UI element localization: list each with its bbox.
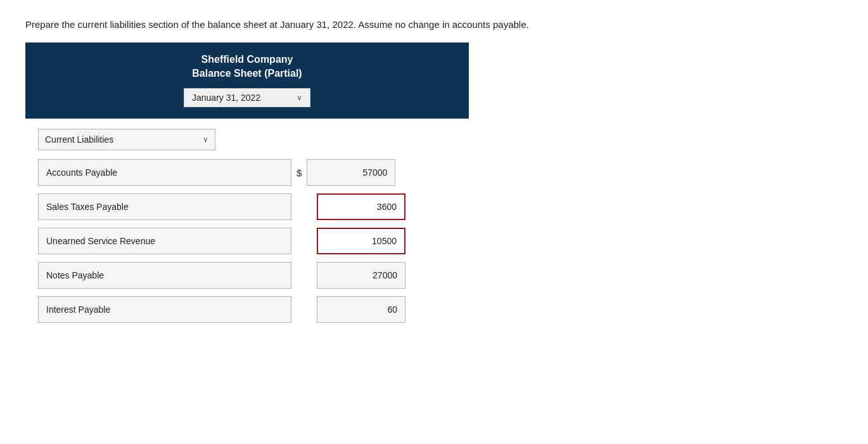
line-item-label: Accounts Payable	[38, 159, 291, 186]
category-chevron-icon: ∨	[203, 135, 208, 144]
category-row: Current Liabilities ∨	[38, 129, 456, 150]
table-row: Sales Taxes Payable3600	[38, 193, 456, 220]
line-item-label: Unearned Service Revenue	[38, 228, 291, 254]
date-label: January 31, 2022	[192, 93, 260, 103]
table-row: Notes Payable27000	[38, 262, 456, 289]
line-item-label: Interest Payable	[38, 296, 291, 323]
sheet-title: Balance Sheet (Partial)	[38, 68, 456, 79]
balance-sheet-container: Sheffield Company Balance Sheet (Partial…	[25, 42, 469, 341]
amount-input[interactable]: 10500	[317, 228, 405, 254]
instructions-text: Prepare the current liabilities section …	[25, 19, 843, 30]
table-row: Interest Payable60	[38, 296, 456, 323]
line-item-label: Sales Taxes Payable	[38, 193, 291, 220]
line-item-label: Notes Payable	[38, 262, 291, 289]
table-row: Accounts Payable$57000	[38, 159, 456, 186]
amount-input[interactable]: 27000	[317, 262, 405, 289]
amount-input[interactable]: 3600	[317, 193, 405, 220]
balance-sheet-body: Current Liabilities ∨ Accounts Payable$5…	[25, 119, 469, 341]
line-items-container: Accounts Payable$57000Sales Taxes Payabl…	[38, 159, 456, 323]
date-dropdown[interactable]: January 31, 2022 ∨	[184, 88, 310, 107]
amount-input[interactable]: 57000	[307, 159, 395, 186]
date-chevron-icon: ∨	[297, 93, 302, 102]
table-row: Unearned Service Revenue10500	[38, 228, 456, 254]
category-label: Current Liabilities	[45, 134, 113, 145]
company-name: Sheffield Company	[38, 54, 456, 65]
balance-sheet-header: Sheffield Company Balance Sheet (Partial…	[25, 42, 469, 119]
dollar-sign: $	[297, 167, 302, 178]
amount-input[interactable]: 60	[317, 296, 405, 323]
category-dropdown[interactable]: Current Liabilities ∨	[38, 129, 215, 150]
